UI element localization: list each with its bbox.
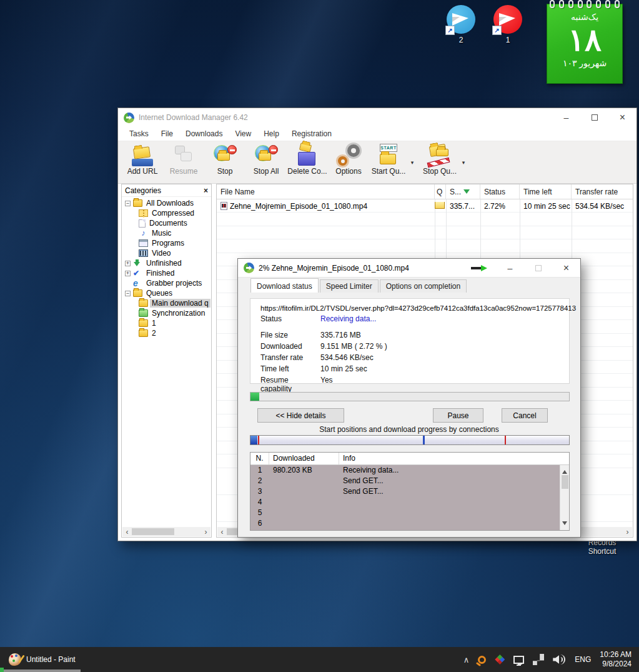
queue-folder-icon [436, 202, 445, 209]
list-header: File Name Q S... Status Time left Transf… [217, 184, 633, 199]
cancel-button[interactable]: Cancel [502, 408, 548, 423]
connections-header: N. Downloaded Info [250, 453, 569, 465]
window-title: Internet Download Manager 6.42 [139, 113, 552, 122]
collapse-icon[interactable]: − [125, 291, 131, 296]
col-file-name[interactable]: File Name [217, 184, 435, 199]
col-info[interactable]: Info [339, 453, 569, 464]
col-q[interactable]: Q [435, 184, 446, 199]
stop-queue-button[interactable]: Stop Qu... [420, 144, 459, 181]
col-transfer-rate[interactable]: Transfer rate [572, 184, 633, 199]
options-button[interactable]: Options [328, 144, 369, 181]
clock-date: 9/8/2024 [600, 659, 632, 669]
menu-file[interactable]: File [155, 129, 179, 138]
delete-completed-button[interactable]: Delete Co... [287, 144, 328, 181]
scroll-right-icon[interactable]: › [623, 528, 632, 536]
desktop-icon-telegram-1[interactable]: ↗ 1 [486, 5, 530, 44]
expand-icon[interactable]: + [125, 271, 131, 276]
idm-titlebar[interactable]: Internet Download Manager 6.42 – × [118, 108, 637, 127]
status-label: Status [260, 314, 320, 323]
close-button[interactable]: × [608, 108, 637, 127]
tab-download-status[interactable]: Download status [250, 278, 319, 293]
connections-label: Start positions and download progress by… [238, 425, 580, 434]
category-synchronization[interactable]: Synchronization [122, 308, 211, 318]
category-label: Grabber projects [144, 279, 204, 288]
scroll-up-icon[interactable] [562, 468, 567, 474]
language-indicator[interactable]: ENG [575, 655, 591, 664]
scroll-left-icon[interactable]: ‹ [122, 528, 132, 536]
download-progress-dialog: 2% Zehne_Mojremin_Episode_01_1080.mp4 – … [237, 258, 581, 538]
category-all-downloads[interactable]: − All Downloads [122, 198, 211, 208]
category-unfinished[interactable]: + Unfinished [122, 258, 211, 268]
category-main-download-queue[interactable]: Main download q [122, 298, 211, 308]
category-queues[interactable]: − Queues [122, 288, 211, 298]
categories-hscrollbar[interactable]: ‹ › [122, 527, 211, 536]
scroll-left-icon[interactable]: ‹ [217, 528, 227, 536]
category-queue-1[interactable]: 1 [122, 318, 211, 328]
idm-tray-icon[interactable] [478, 656, 486, 664]
connection-row: 5 [250, 508, 560, 518]
category-compressed[interactable]: Compressed [122, 208, 211, 218]
category-label: Video [150, 249, 172, 258]
idm-drop-arrow-icon[interactable] [533, 654, 544, 665]
collapse-icon[interactable]: − [125, 201, 131, 206]
connections-vscrollbar[interactable] [560, 465, 569, 530]
connection-segment [250, 436, 257, 444]
taskbar-paint-button[interactable]: Untitled - Paint [0, 647, 83, 672]
dialog-titlebar[interactable]: 2% Zehne_Mojremin_Episode_01_1080.mp4 – … [238, 259, 580, 278]
scroll-right-icon[interactable]: › [201, 528, 211, 536]
col-n[interactable]: N. [250, 453, 269, 464]
menu-help[interactable]: Help [257, 129, 285, 138]
persian-calendar-widget[interactable]: یک‌شنبه ۱۸ شهریور ۱۰۳ [547, 4, 623, 84]
category-video[interactable]: Video [122, 248, 211, 258]
stop-queue-dropdown-icon[interactable]: ▾ [459, 144, 468, 181]
col-time-left[interactable]: Time left [520, 184, 572, 199]
menu-registration[interactable]: Registration [285, 129, 338, 138]
menu-downloads[interactable]: Downloads [179, 129, 229, 138]
category-grabber-projects[interactable]: e Grabber projects [122, 278, 211, 288]
start-queue-dropdown-icon[interactable]: ▾ [408, 144, 417, 181]
category-music[interactable]: ♪ Music [122, 228, 211, 238]
diamond-tray-icon[interactable] [495, 654, 505, 664]
close-button[interactable]: × [552, 259, 580, 278]
desktop-icon-telegram-2[interactable]: ↗ 2 [439, 5, 483, 44]
stop-icon [212, 144, 237, 166]
add-url-button[interactable]: Add URL [122, 144, 163, 181]
scroll-down-icon[interactable] [562, 521, 567, 528]
resume-button[interactable]: Resume [163, 144, 204, 181]
network-icon[interactable] [513, 656, 524, 664]
minimize-button[interactable]: – [496, 259, 524, 278]
col-status[interactable]: Status [480, 184, 520, 199]
icon-label: 2 [439, 36, 483, 44]
category-finished[interactable]: + ✔ Finished [122, 268, 211, 278]
category-documents[interactable]: Documents [122, 218, 211, 228]
tray-chevron-up-icon[interactable]: ∧ [463, 655, 470, 664]
folders-icon [133, 289, 142, 297]
scrollbar-thumb[interactable] [562, 475, 568, 489]
calendar-weekday: یک‌شنبه [547, 12, 622, 22]
stop-all-button[interactable]: Stop All [245, 144, 287, 181]
col-downloaded[interactable]: Downloaded [269, 453, 339, 464]
pause-button[interactable]: Pause [433, 408, 483, 423]
scrollbar-thumb[interactable] [132, 528, 174, 535]
volume-icon[interactable] [553, 654, 565, 664]
download-row[interactable]: Zehne_Mojremin_Episode_01_1080.mp4 335.7… [217, 199, 633, 213]
tab-speed-limiter[interactable]: Speed Limiter [320, 279, 379, 293]
hide-details-button[interactable]: << Hide details [257, 408, 344, 423]
connection-marker [258, 436, 259, 444]
category-queue-2[interactable]: 2 [122, 328, 211, 338]
minimize-button[interactable]: – [552, 108, 580, 127]
connection-row: 1 980.203 KB Receiving data... [250, 465, 560, 476]
expand-icon[interactable]: + [125, 261, 131, 266]
stop-button[interactable]: Stop [204, 144, 245, 181]
tab-options-on-completion[interactable]: Options on completion [380, 279, 467, 293]
filmstrip-icon [139, 249, 148, 257]
category-programs[interactable]: Programs [122, 238, 211, 248]
menu-view[interactable]: View [229, 129, 257, 138]
menu-tasks[interactable]: Tasks [123, 129, 155, 138]
start-queue-button[interactable]: START Start Qu... [369, 144, 408, 181]
maximize-button[interactable] [580, 108, 608, 127]
field-file-size: File size335.716 MB [250, 329, 569, 341]
categories-close-icon[interactable]: × [204, 186, 208, 195]
col-size[interactable]: S... [446, 184, 480, 199]
clock[interactable]: 10:26 AM 9/8/2024 [600, 650, 632, 669]
